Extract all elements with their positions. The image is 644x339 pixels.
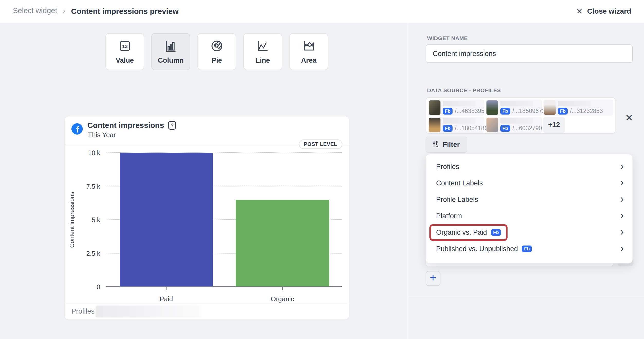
svg-text:13: 13 — [122, 43, 127, 49]
widget-type-column[interactable]: Column — [151, 33, 190, 70]
content-area: 13 Value Column Pie Line — [0, 23, 644, 339]
widget-type-picker: 13 Value Column Pie Line — [105, 33, 328, 70]
menu-item-label: Published vs. Unpublished — [436, 245, 518, 253]
profile-id: /...6032790 — [512, 125, 542, 132]
profile-id: /...31232853 — [570, 108, 603, 115]
chart-bar — [236, 200, 329, 287]
redacted-profile-name — [558, 101, 591, 106]
config-panel: WIDGET NAME DATA SOURCE - PROFILES Fb /.… — [408, 23, 644, 339]
redacted-profile-name — [443, 101, 476, 106]
chevron-right-icon: › — [620, 182, 624, 184]
y-axis-tick-label: 0 — [97, 283, 100, 290]
y-axis-labels: 02.5 k5 k7.5 k10 k — [76, 153, 100, 287]
profile-avatar — [429, 100, 440, 115]
facebook-badge: Fb — [522, 246, 532, 252]
add-metric-button[interactable]: + — [426, 271, 440, 286]
filter-menu-item[interactable]: Profiles › — [426, 158, 632, 175]
profile-id: /...18054186 — [455, 125, 488, 132]
plot-area: 02.5 k5 k7.5 k10 k Paid Organic — [106, 153, 342, 287]
redacted-profile-name — [500, 118, 533, 124]
widget-type-value[interactable]: 13 Value — [105, 33, 144, 70]
chevron-right-icon: › — [620, 215, 624, 217]
widget-type-label: Pie — [211, 56, 222, 64]
widget-name-label: WIDGET NAME — [427, 35, 468, 41]
redacted-profiles-text — [96, 306, 201, 317]
widget-type-label: Column — [158, 56, 184, 64]
menu-item-label: Content Labels — [436, 179, 483, 187]
filter-button[interactable]: Filter — [426, 137, 467, 153]
chevron-right-icon: › — [620, 199, 624, 200]
chevron-right-icon: › — [620, 166, 624, 167]
filter-menu-item[interactable]: Content Labels › — [426, 175, 632, 191]
facebook-badge: Fb — [443, 125, 453, 132]
filter-menu: Profiles › Content Labels › Profile Labe… — [426, 154, 633, 263]
widget-wizard-app: Select widget › Content impressions prev… — [0, 0, 644, 339]
filter-menu-item[interactable]: Profile Labels › — [426, 191, 632, 208]
data-source-label: DATA SOURCE - PROFILES — [427, 87, 501, 93]
widget-name-input[interactable] — [426, 44, 633, 63]
menu-item-label: Profile Labels — [436, 196, 478, 204]
y-axis-tick-label: 2.5 k — [86, 250, 100, 257]
y-axis-tick-label: 7.5 k — [86, 183, 100, 190]
widget-type-line[interactable]: Line — [243, 33, 282, 70]
profile-chip[interactable]: Fb /...18054186 — [428, 117, 484, 133]
value-number-icon: 13 — [118, 39, 132, 53]
x-axis-tick — [282, 287, 283, 290]
page-title: Content impressions preview — [71, 7, 179, 16]
line-chart-icon — [256, 39, 270, 53]
profile-id: /...18509672 — [512, 108, 545, 115]
widget-type-pie[interactable]: Pie — [197, 33, 236, 70]
widget-type-label: Area — [301, 56, 316, 64]
menu-item-label: Platform — [436, 212, 462, 220]
post-level-badge: POST LEVEL — [299, 139, 342, 149]
remove-data-source-button[interactable]: ✕ — [623, 112, 635, 124]
menu-item-label: Profiles — [436, 163, 459, 171]
chevron-right-icon: › — [63, 6, 66, 15]
redacted-profile-name — [500, 101, 533, 106]
y-axis-tick-label: 10 k — [88, 149, 100, 156]
facebook-badge: Fb — [558, 108, 568, 115]
area-chart-icon — [302, 39, 316, 53]
profile-chip[interactable]: Fb /...31232853 — [543, 100, 613, 116]
chevron-right-icon: › — [620, 232, 624, 233]
column-chart-icon — [164, 39, 178, 53]
chart-title: Content impressions — [87, 121, 164, 130]
help-icon[interactable]: ? — [168, 121, 176, 130]
y-axis-tick-label: 5 k — [92, 216, 100, 223]
filter-menu-item[interactable]: Platform › — [426, 208, 632, 224]
menu-item-label: Organic vs. Paid — [436, 229, 487, 237]
profile-chip[interactable]: Fb /...6032790 — [486, 117, 542, 133]
facebook-badge: Fb — [491, 229, 501, 236]
profile-chip[interactable]: Fb /...18509672 — [486, 100, 542, 116]
chart-bar — [120, 153, 213, 287]
profile-chip[interactable]: Fb /...4638395 — [428, 100, 484, 116]
breadcrumb-select-widget-link[interactable]: Select widget — [13, 6, 57, 16]
x-axis-label: Paid — [128, 295, 205, 303]
profiles-grid: Fb /...4638395 Fb /...18509672 Fb /...31… — [426, 97, 615, 134]
more-profiles-chip[interactable]: +12 — [543, 117, 565, 133]
filter-menu-item[interactable]: Organic vs. Paid Fb › — [426, 224, 632, 241]
sliders-filter-icon — [431, 140, 439, 149]
profile-avatar — [429, 118, 440, 132]
x-axis-tick — [166, 287, 167, 290]
x-axis-label: Organic — [244, 295, 321, 303]
profile-avatar — [544, 100, 556, 115]
close-wizard-button[interactable]: ✕ Close wizard — [576, 7, 631, 16]
facebook-badge: Fb — [500, 125, 510, 132]
close-icon: ✕ — [576, 7, 583, 16]
widget-type-label: Value — [116, 56, 134, 64]
close-wizard-label: Close wizard — [587, 7, 631, 15]
profile-avatar — [486, 100, 498, 115]
filter-menu-item[interactable]: Published vs. Unpublished Fb › — [426, 241, 632, 257]
facebook-logo-icon: f — [71, 123, 83, 135]
top-bar: Select widget › Content impressions prev… — [0, 0, 644, 23]
widget-type-label: Line — [256, 56, 270, 64]
footer-profiles-label: Profiles — [71, 307, 95, 315]
y-axis-title: Content impressions — [68, 153, 76, 287]
x-axis-line — [106, 286, 342, 287]
widget-type-area[interactable]: Area — [289, 33, 328, 70]
profile-avatar — [486, 118, 498, 132]
panel-section-divider — [408, 296, 644, 296]
breadcrumb: Select widget › Content impressions prev… — [13, 6, 179, 16]
chevron-right-icon: › — [620, 248, 624, 250]
